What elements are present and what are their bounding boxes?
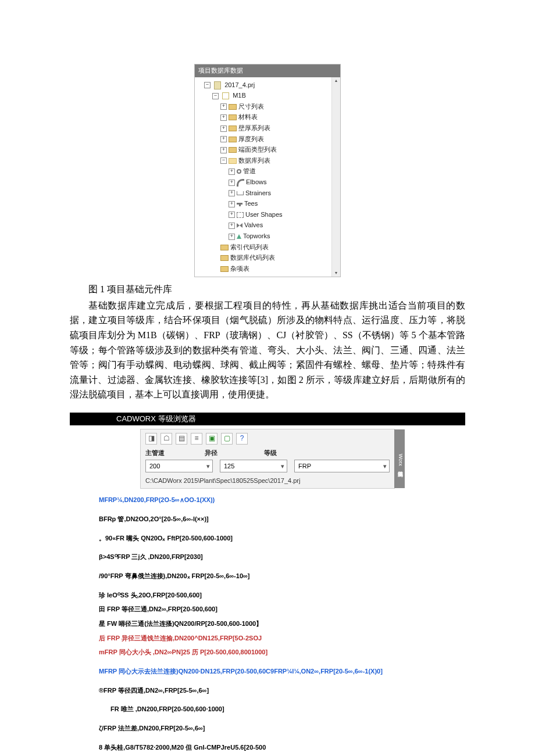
tee-icon xyxy=(237,202,242,206)
tool-btn-1[interactable]: ◨ xyxy=(145,433,157,445)
expand-icon[interactable]: + xyxy=(220,147,227,153)
spec-line[interactable]: MFRP¼,DN200,FRP(2O-5∞∧OO-1(XX)) xyxy=(99,495,465,506)
tool-btn-6[interactable]: ▢ xyxy=(221,433,233,445)
expand-icon[interactable]: + xyxy=(220,126,227,132)
spec-line[interactable]: ®FRP 等径四通,DN2∞,FRP[25-5∞,6∞] xyxy=(99,685,465,696)
collapse-icon[interactable]: − xyxy=(204,82,211,88)
tree-folder[interactable]: +端面类型列表 xyxy=(220,145,339,155)
collapse-icon[interactable]: − xyxy=(220,157,227,164)
expand-icon[interactable]: + xyxy=(229,180,235,186)
spec-line[interactable]: β>4SᴼFRP 三j久 ,DN200,FRP[2030] xyxy=(99,551,465,562)
tree-folder[interactable]: +尺寸列表 xyxy=(220,102,339,112)
folder-icon xyxy=(229,104,237,110)
tree-body: − 2017_4.prj − M1B +尺寸列表+材料表+壁厚系列表+厚度列表+… xyxy=(195,77,340,277)
tree-folder-label: 材料表 xyxy=(238,113,258,120)
cadworx-window-title: CADWORX 等级浏览器 xyxy=(70,413,465,425)
expand-icon[interactable]: + xyxy=(229,234,235,240)
tree-folder-label: 厚度列表 xyxy=(238,135,264,142)
scroll-down-icon[interactable]: ▾ xyxy=(332,270,340,277)
cadworx-spec-browser: CADWORX 等级浏览器 ◨ ☖ ▤ ≡ ▣ ▢ ? 主管道 异径 等级 xyxy=(70,413,465,753)
spec-line[interactable]: 后 FRP 异径三通饯兰连揄,DN200^DN125,FRP[5O-2SOJ xyxy=(99,633,465,644)
tree-db-item-label: Elbows xyxy=(246,178,266,185)
tree-folder-label: 索引代码列表 xyxy=(230,243,269,250)
spec-line[interactable]: BFRp 管,DN2OO,2O°[20-5∞,6∞-l(××)] xyxy=(99,514,465,525)
cadworx-side-tab[interactable]: Worx 等级浏览器 xyxy=(394,429,405,488)
select-main-pipe[interactable]: 200 xyxy=(145,460,213,472)
cadworx-toolbar: ◨ ☖ ▤ ≡ ▣ ▢ ? xyxy=(145,433,390,445)
tree-category[interactable]: − M1B +尺寸列表+材料表+壁厚系列表+厚度列表+端面类型列表−数据库列表+… xyxy=(212,91,339,274)
category-icon xyxy=(222,92,229,99)
tree-db-item[interactable]: +Strainers xyxy=(229,188,339,199)
tree-db-item-label: 管道 xyxy=(243,167,256,174)
tree-root[interactable]: − 2017_4.prj − M1B +尺寸列表+材料表+壁厚系列表+厚度列表+… xyxy=(204,80,339,274)
paragraph-1: 基础数据库建立完成后，要根据工程项目的特性，再从基础数据库挑出适合当前项目的数据… xyxy=(70,298,465,402)
tree-db-item[interactable]: +Valves xyxy=(229,220,339,231)
folder-icon xyxy=(220,245,229,250)
tree-db-item-label: Tees xyxy=(244,200,258,207)
spec-line[interactable]: ζ/FRP 法兰差,DN200,FRP[20-5∞,6∞] xyxy=(99,723,465,734)
project-icon xyxy=(214,81,221,89)
valve-icon xyxy=(237,223,242,228)
tree-category-label: M1B xyxy=(233,92,246,99)
tree-folder[interactable]: +材料表 xyxy=(220,112,339,123)
spec-line[interactable]: /90°FRP 弯鼻俄兰连接),DN200ₓ FRP[20-5∞,6∞-10∞] xyxy=(99,571,465,582)
tree-folder-label: 杂项表 xyxy=(230,265,249,272)
scroll-up-icon[interactable]: ▴ xyxy=(332,77,340,84)
expand-icon[interactable]: + xyxy=(229,169,235,175)
spec-line[interactable]: mFRP 同心大小头 ,DN2∞PN]25 历 P[20-500,600,800… xyxy=(99,647,465,658)
tree-folder-dblist[interactable]: −数据库列表+管道+Elbows+Strainers+Tees+User Sha… xyxy=(220,156,339,242)
strainer-icon xyxy=(237,191,244,195)
expand-icon[interactable]: + xyxy=(229,223,235,229)
spec-line[interactable]: MFRP 同心大示去法兰连接)QN200·DN125,FRP(20-500,60… xyxy=(99,666,465,677)
tree-db-item[interactable]: +Elbows xyxy=(229,177,339,188)
figure1-caption: 图 1 项目基础元件库 xyxy=(70,282,465,297)
expand-icon[interactable]: + xyxy=(229,190,235,196)
pipe-icon xyxy=(237,169,241,174)
spec-line[interactable]: 田 FRP 等径三通,DN2∞,FRP[20-500,600] xyxy=(99,604,465,615)
tree-db-item[interactable]: +Tees xyxy=(229,199,339,209)
tree-folder[interactable]: 数据库代码列表 xyxy=(220,253,339,263)
tree-folder[interactable]: +壁厚系列表 xyxy=(220,123,339,134)
spec-line[interactable]: 。90«FR 嘴头 QN20Oₓ FftP[20-500,600-1000] xyxy=(99,533,465,544)
collapse-icon[interactable]: − xyxy=(212,93,219,99)
tree-folder-label: 端面类型列表 xyxy=(238,146,277,153)
expand-icon[interactable]: + xyxy=(220,103,227,110)
expand-icon[interactable]: + xyxy=(220,136,227,142)
tree-folder[interactable]: +厚度列表 xyxy=(220,134,339,145)
expand-icon[interactable]: + xyxy=(220,114,227,121)
spec-line[interactable]: 珍 IeOᴼSS 头,20O,FRP[20·500,600] xyxy=(99,590,465,601)
topworks-icon xyxy=(237,234,241,239)
tree-root-label: 2017_4.prj xyxy=(224,81,255,88)
help-icon[interactable]: ? xyxy=(236,433,248,445)
spec-line[interactable]: FR 唯兰 ,DN200,FRP[20-500,600·1000] xyxy=(110,704,465,715)
spec-line[interactable]: 8 单头桂,G8/T5782·2000,M20 但 GnI-CMPJreU5.6… xyxy=(99,742,465,753)
tree-scrollbar[interactable]: ▴ ▾ xyxy=(331,77,340,277)
tree-db-item[interactable]: +User Shapes xyxy=(229,210,339,220)
tree-db-item[interactable]: +Topworks xyxy=(229,231,339,242)
expand-icon[interactable]: + xyxy=(229,201,235,207)
tree-panel-title: 项目数据库数据 xyxy=(195,65,340,77)
tree-folder-label: 数据库代码列表 xyxy=(230,254,275,261)
select-reduce[interactable]: 125 xyxy=(220,460,287,472)
label-spec: 等级 xyxy=(264,448,390,458)
spec-file-path: C:\CADWorx 2015\Plant\Spec\180525Spec\20… xyxy=(145,476,390,486)
usershape-icon xyxy=(237,212,244,218)
folder-icon xyxy=(229,126,237,131)
tree-folder[interactable]: 索引代码列表 xyxy=(220,242,339,253)
tool-btn-3[interactable]: ▤ xyxy=(176,433,187,445)
folder-icon xyxy=(220,266,229,272)
folder-icon xyxy=(229,114,237,120)
tree-db-item[interactable]: +管道 xyxy=(229,166,339,177)
tool-btn-5[interactable]: ▣ xyxy=(206,433,217,445)
tool-btn-2[interactable]: ☖ xyxy=(160,433,172,445)
project-db-tree-panel: 项目数据库数据 − 2017_4.prj − M1B +尺寸列表+材料表+壁 xyxy=(194,64,341,277)
cadworx-panel: ◨ ☖ ▤ ≡ ▣ ▢ ? 主管道 异径 等级 200 125 FRP xyxy=(140,429,395,489)
folder-open-icon xyxy=(229,158,237,164)
tree-db-item-label: Valves xyxy=(244,221,263,228)
select-spec[interactable]: FRP xyxy=(294,460,390,472)
spec-item-list: MFRP¼,DN200,FRP(2O-5∞∧OO-1(XX))BFRp 管,DN… xyxy=(99,495,465,753)
spec-line[interactable]: 星 FW 嘚径三通(法兰连搔)QN200/RP[20-500,600-1000】 xyxy=(99,618,465,629)
expand-icon[interactable]: + xyxy=(229,212,235,218)
tool-btn-4[interactable]: ≡ xyxy=(191,433,202,445)
tree-folder[interactable]: 杂项表 xyxy=(220,264,339,274)
